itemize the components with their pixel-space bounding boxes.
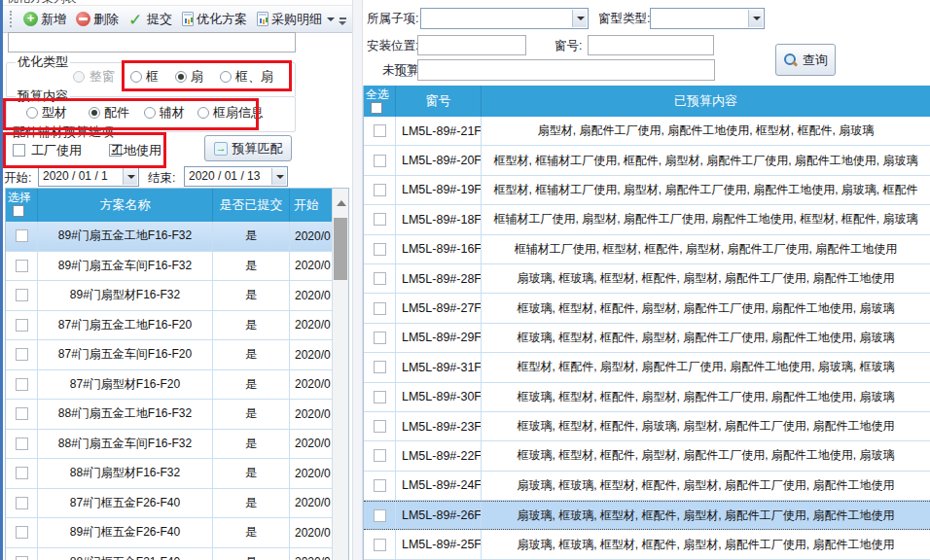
window-no-column-header[interactable]: 窗号 — [396, 86, 482, 117]
no-budget-input[interactable] — [417, 59, 715, 81]
submitted-cell: 是 — [213, 340, 290, 370]
row-checkbox[interactable] — [16, 467, 28, 479]
window-no-cell: LM5L-89#-16F15 — [396, 235, 482, 264]
panel-splitter[interactable] — [352, 0, 363, 560]
end-date-combo[interactable]: 2020 / 01 / 13 — [184, 166, 288, 187]
plan-table-row[interactable]: 89#门扇五金工地F16-F32 是 2020/0 — [6, 222, 334, 252]
window-table-row[interactable]: LM5L-89#-20F18 框型材, 框辅材工厂使用, 框配件, 扇型材, 扇… — [364, 146, 930, 175]
submitted-column-header[interactable]: 是否已提交 — [213, 189, 290, 222]
submitted-cell: 是 — [213, 370, 290, 401]
start-date-value: 2020 / 01 / 1 — [43, 169, 121, 183]
chevron-down-icon[interactable] — [271, 168, 286, 185]
row-checkbox[interactable] — [16, 497, 28, 509]
start-column-header[interactable]: 开始 — [290, 189, 334, 222]
plan-name-cell: 88#门扇五金车间F16-F32 — [38, 430, 213, 460]
window-table-row[interactable]: LM5L-89#-25F23 扇玻璃, 框玻璃, 框型材, 框配件, 扇型材, … — [364, 530, 930, 559]
window-table-row[interactable]: LM5L-89#-16F15 框辅材工厂使用, 框型材, 框配件, 扇型材, 扇… — [364, 235, 930, 264]
row-checkbox[interactable] — [16, 348, 28, 361]
window-table-row[interactable]: LM5L-89#-31F29 框型材, 框配件, 扇型材, 扇配件工厂使用, 扇… — [364, 353, 930, 382]
window-table-row[interactable]: LM5L-89#-23F21 框玻璃, 框型材, 框配件, 扇玻璃, 扇型材, … — [364, 412, 930, 441]
row-checkbox[interactable] — [16, 319, 28, 332]
plan-table-row[interactable]: 87#门扇五金工地F16-F20 是 2020/0 — [6, 311, 334, 341]
select-all-checkbox[interactable] — [371, 102, 382, 114]
row-checkbox[interactable] — [374, 479, 386, 492]
window-table-row[interactable]: LM5L-89#-26F24 扇玻璃, 框玻璃, 框型材, 框配件, 扇型材, … — [364, 501, 930, 530]
scroll-up-icon[interactable] — [337, 200, 346, 206]
submit-button[interactable]: 提交 — [124, 9, 177, 30]
window-table-row[interactable]: LM5L-89#-24F22 扇玻璃, 框玻璃, 框型材, 框配件, 扇型材, … — [364, 472, 930, 501]
plan-table-row[interactable]: 89#门框五金F26-F40 是 2020/0 — [6, 518, 334, 548]
plan-table-row[interactable]: 88#门扇五金车间F16-F32 是 2020/0 — [6, 430, 334, 460]
toolbar-overflow-button[interactable] — [336, 12, 349, 30]
row-checkbox[interactable] — [16, 378, 28, 391]
budget-match-button[interactable]: 预算匹配 — [204, 135, 292, 161]
row-checkbox[interactable] — [374, 449, 386, 462]
row-checkbox[interactable] — [16, 289, 28, 301]
budgeted-column-header[interactable]: 已预算内容 — [482, 86, 930, 117]
optimize-plan-button[interactable]: 优化方案 — [177, 9, 252, 30]
query-button[interactable]: 查询 — [775, 44, 836, 76]
row-checkbox[interactable] — [16, 229, 28, 242]
plan-table-row[interactable]: 88#门框五金F21-F40 是 2020/0 — [6, 548, 334, 560]
radio-whole-window[interactable] — [73, 71, 85, 83]
plan-table-row[interactable]: 89#门扇型材F16-F32 是 2020/0 — [6, 281, 334, 311]
row-checkbox[interactable] — [374, 272, 386, 285]
plan-table-row[interactable]: 88#门扇型材F16-F32 是 2020/0 — [6, 459, 334, 489]
start-date-combo[interactable]: 2020 / 01 / 1 — [38, 166, 139, 187]
window-table-row[interactable]: LM5L-89#-27F25 框玻璃, 框型材, 框配件, 扇型材, 扇配件工厂… — [364, 294, 930, 323]
window-table-row[interactable]: LM5L-89#-30F28 框玻璃, 框型材, 框配件, 扇型材, 扇配件工厂… — [364, 383, 930, 412]
chevron-down-icon[interactable] — [748, 10, 763, 27]
row-checkbox[interactable] — [374, 509, 386, 522]
row-checkbox[interactable] — [16, 556, 28, 560]
scrollbar-thumb[interactable] — [334, 218, 347, 280]
row-checkbox[interactable] — [374, 155, 386, 167]
plan-table-row[interactable]: 89#门扇五金车间F16-F32 是 2020/0 — [6, 252, 334, 282]
plan-name-column-header[interactable]: 方案名称 — [38, 189, 213, 222]
window-table-row[interactable]: LM5L-89#-28F26 扇玻璃, 框玻璃, 框型材, 框配件, 扇型材, … — [364, 264, 930, 294]
window-table-row[interactable]: LM5L-89#-21F19 扇型材, 扇配件工厂使用, 扇配件工地使用, 框型… — [364, 117, 930, 146]
opt-type-label: 优化类型 — [16, 53, 70, 71]
row-checkbox[interactable] — [374, 391, 386, 403]
window-table-row[interactable]: LM5L-89#-29F27 框玻璃, 框型材, 框配件, 扇型材, 扇配件工厂… — [364, 324, 930, 353]
sub-item-combo[interactable] — [420, 8, 589, 29]
plan-name-input[interactable] — [8, 32, 296, 52]
add-button[interactable]: 新增 — [18, 9, 71, 30]
row-checkbox[interactable] — [374, 184, 386, 196]
window-table-row[interactable]: LM5L-89#-22F20 框玻璃, 框型材, 框配件, 扇型材, 扇配件工厂… — [364, 441, 930, 471]
window-type-combo[interactable] — [650, 8, 765, 29]
row-checkbox[interactable] — [374, 539, 386, 551]
delete-button[interactable]: 删除 — [71, 9, 124, 30]
row-checkbox[interactable] — [374, 302, 386, 315]
search-icon — [783, 52, 798, 67]
row-checkbox[interactable] — [374, 213, 386, 226]
window-no-input[interactable] — [588, 35, 714, 55]
row-checkbox[interactable] — [374, 332, 386, 344]
row-checkbox[interactable] — [16, 260, 28, 272]
submitted-cell: 是 — [213, 548, 290, 560]
window-table-row[interactable]: LM5L-89#-19F17 框型材, 框辅材工厂使用, 扇型材, 扇配件工厂使… — [364, 176, 930, 205]
plan-table-row[interactable]: 87#门扇型材F16-F20 是 2020/0 — [6, 370, 334, 401]
row-checkbox[interactable] — [16, 526, 28, 539]
budgeted-content-cell: 框辅材工厂使用, 框型材, 框配件, 扇型材, 扇配件工厂使用, 扇配件工地使用 — [482, 235, 930, 264]
purchase-detail-button[interactable]: 采购明细 — [252, 9, 340, 30]
check-icon — [128, 12, 144, 27]
submitted-cell: 是 — [213, 430, 290, 460]
row-checkbox[interactable] — [374, 361, 386, 373]
plan-table-row[interactable]: 88#门扇五金工地F16-F32 是 2020/0 — [6, 400, 334, 430]
plan-table-row[interactable]: 87#门框五金F26-F40 是 2020/0 — [6, 489, 334, 519]
budgeted-content-cell: 扇玻璃, 框玻璃, 框型材, 框配件, 扇型材, 扇配件工厂使用, 扇配件工地使… — [482, 264, 930, 294]
budgeted-content-cell: 扇玻璃, 框玻璃, 框型材, 框配件, 扇型材, 扇配件工厂使用, 扇配件工地使… — [482, 472, 930, 501]
submitted-cell: 是 — [213, 281, 290, 311]
row-checkbox[interactable] — [374, 420, 386, 433]
window-table-row[interactable]: LM5L-89#-18F16 框辅材工厂使用, 扇型材, 扇配件工厂使用, 扇配… — [364, 205, 930, 234]
install-pos-input[interactable] — [417, 35, 526, 55]
row-checkbox[interactable] — [16, 407, 28, 420]
vertical-scrollbar[interactable] — [332, 189, 348, 560]
chevron-down-icon[interactable] — [572, 10, 587, 27]
select-all-checkbox[interactable] — [13, 205, 24, 217]
chevron-down-icon[interactable] — [123, 168, 137, 185]
row-checkbox[interactable] — [374, 243, 386, 256]
plan-table-row[interactable]: 87#门扇五金车间F16-F20 是 2020/0 — [6, 340, 334, 370]
row-checkbox[interactable] — [16, 438, 28, 450]
row-checkbox[interactable] — [374, 124, 386, 137]
